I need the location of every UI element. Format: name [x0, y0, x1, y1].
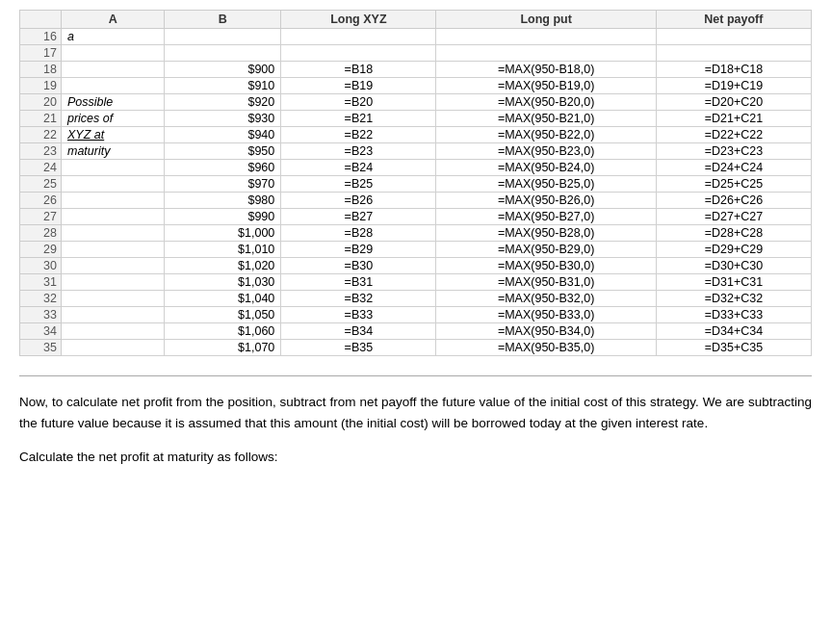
cell-d-28: =MAX(950-B28,0): [436, 225, 656, 242]
cell-e-23: =D23+C23: [656, 143, 811, 160]
row-number: 18: [20, 62, 62, 78]
cell-e-26: =D26+C26: [656, 193, 811, 209]
cell-b-28: $1,000: [165, 225, 281, 242]
paragraph-text: Now, to calculate net profit from the po…: [19, 392, 812, 433]
cell-e-21: =D21+C21: [656, 111, 811, 127]
cell-e-32: =D32+C32: [656, 291, 811, 307]
cell-c-35: =B35: [281, 340, 436, 356]
cell-b-25: $970: [165, 176, 281, 193]
cell-b-30: $1,020: [165, 258, 281, 274]
cell-b-35: $1,070: [165, 340, 281, 356]
cell-c-33: =B33: [281, 307, 436, 323]
cell-e-28: =D28+C28: [656, 225, 811, 242]
cell-e-25: =D25+C25: [656, 176, 811, 193]
cell-a-29: [61, 242, 164, 258]
cell-a-31: [61, 274, 164, 291]
cell-b-22: $940: [165, 127, 281, 143]
cell-d-19: =MAX(950-B19,0): [436, 78, 656, 94]
cell-e-31: =D31+C31: [656, 274, 811, 291]
cell-c-25: =B25: [281, 176, 436, 193]
cell-d-33: =MAX(950-B33,0): [436, 307, 656, 323]
cell-b-27: $990: [165, 209, 281, 225]
row-number: 28: [20, 225, 62, 242]
cell-e-30: =D30+C30: [656, 258, 811, 274]
cell-a-27: [61, 209, 164, 225]
cell-c-19: =B19: [281, 78, 436, 94]
corner-cell: [20, 11, 62, 29]
row-number: 25: [20, 176, 62, 193]
cell-b-20: $920: [165, 94, 281, 111]
col-header-c: Long XYZ: [281, 11, 436, 29]
cell-a-30: [61, 258, 164, 274]
cell-a-35: [61, 340, 164, 356]
cell-b-17: [165, 45, 281, 62]
row-number: 33: [20, 307, 62, 323]
cell-e-16: [656, 29, 811, 45]
cell-d-18: =MAX(950-B18,0): [436, 62, 656, 78]
cell-c-21: =B21: [281, 111, 436, 127]
cell-e-27: =D27+C27: [656, 209, 811, 225]
cell-c-27: =B27: [281, 209, 436, 225]
row-number: 21: [20, 111, 62, 127]
divider: [19, 375, 812, 376]
row-number: 26: [20, 193, 62, 209]
cell-a-23: maturity: [61, 143, 164, 160]
cell-a-16: a: [61, 29, 164, 45]
cell-a-19: [61, 78, 164, 94]
cell-d-24: =MAX(950-B24,0): [436, 160, 656, 176]
cell-b-34: $1,060: [165, 323, 281, 340]
cell-d-35: =MAX(950-B35,0): [436, 340, 656, 356]
row-number: 20: [20, 94, 62, 111]
cell-d-30: =MAX(950-B30,0): [436, 258, 656, 274]
cell-c-26: =B26: [281, 193, 436, 209]
cell-a-17: [61, 45, 164, 62]
cell-a-32: [61, 291, 164, 307]
cell-b-31: $1,030: [165, 274, 281, 291]
cell-c-32: =B32: [281, 291, 436, 307]
cell-d-20: =MAX(950-B20,0): [436, 94, 656, 111]
cell-e-18: =D18+C18: [656, 62, 811, 78]
cell-c-18: =B18: [281, 62, 436, 78]
cell-d-27: =MAX(950-B27,0): [436, 209, 656, 225]
cell-e-17: [656, 45, 811, 62]
cell-a-25: [61, 176, 164, 193]
row-number: 35: [20, 340, 62, 356]
row-number: 27: [20, 209, 62, 225]
row-number: 29: [20, 242, 62, 258]
cell-a-24: [61, 160, 164, 176]
cell-c-24: =B24: [281, 160, 436, 176]
row-number: 19: [20, 78, 62, 94]
row-number: 16: [20, 29, 62, 45]
row-number: 34: [20, 323, 62, 340]
col-header-a: A: [61, 11, 164, 29]
cell-d-26: =MAX(950-B26,0): [436, 193, 656, 209]
row-number: 31: [20, 274, 62, 291]
cell-b-18: $900: [165, 62, 281, 78]
cell-b-29: $1,010: [165, 242, 281, 258]
row-number: 24: [20, 160, 62, 176]
cell-e-29: =D29+C29: [656, 242, 811, 258]
cell-e-33: =D33+C33: [656, 307, 811, 323]
cell-c-23: =B23: [281, 143, 436, 160]
cell-b-21: $930: [165, 111, 281, 127]
cell-e-22: =D22+C22: [656, 127, 811, 143]
cell-b-16: [165, 29, 281, 45]
cell-a-26: [61, 193, 164, 209]
cell-c-34: =B34: [281, 323, 436, 340]
cell-b-33: $1,050: [165, 307, 281, 323]
cell-a-20: Possible: [61, 94, 164, 111]
cell-a-22: XYZ at: [61, 127, 164, 143]
cell-c-30: =B30: [281, 258, 436, 274]
row-number: 23: [20, 143, 62, 160]
col-header-e: Net payoff: [656, 11, 811, 29]
cell-a-18: [61, 62, 164, 78]
cell-d-22: =MAX(950-B22,0): [436, 127, 656, 143]
cell-e-34: =D34+C34: [656, 323, 811, 340]
row-number: 17: [20, 45, 62, 62]
cell-c-29: =B29: [281, 242, 436, 258]
col-header-b: B: [165, 11, 281, 29]
cell-c-28: =B28: [281, 225, 436, 242]
cell-c-20: =B20: [281, 94, 436, 111]
cell-d-25: =MAX(950-B25,0): [436, 176, 656, 193]
spreadsheet: A B Long XYZ Long put Net payoff 16a1718…: [19, 10, 812, 356]
